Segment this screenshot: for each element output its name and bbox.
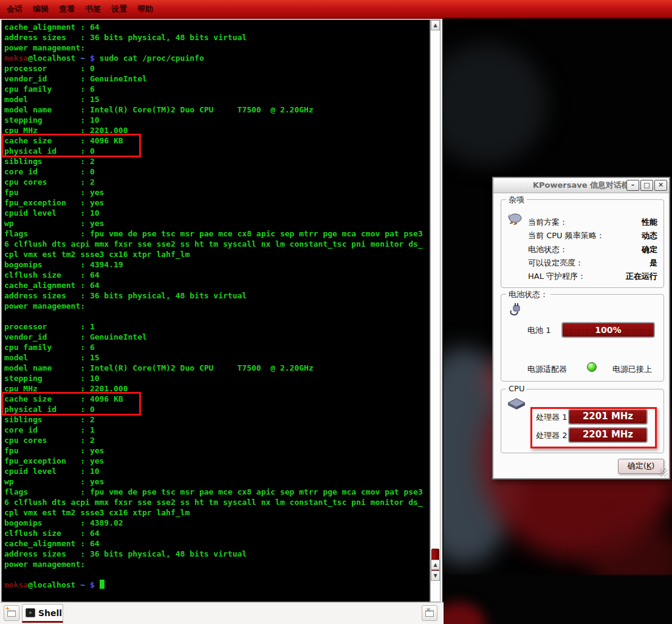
ok-button-accesskey: K xyxy=(646,461,652,470)
cpu-legend: CPU xyxy=(506,384,527,393)
ok-button-label-suffix: ) xyxy=(651,461,654,470)
processor2-frequency: 2201 MHz xyxy=(583,429,633,440)
processor1-frequency: 2201 MHz xyxy=(583,411,633,422)
misc-row: HAL 守护程序： 正在运行 xyxy=(528,271,657,281)
misc-row-label: 电池状态： xyxy=(528,244,567,255)
terminal-window: 会话 编辑 查看 书签 设置 帮助 cache_alignment : 64 a… xyxy=(0,0,444,624)
adapter-status: 电源已接上 xyxy=(612,364,652,375)
prompt-host: @localhost xyxy=(28,580,75,589)
cpu1-info-head: processor : 1 vendor_id : GenuineIntel c… xyxy=(4,311,428,383)
prompt-user: moksa xyxy=(4,580,28,589)
processor1-frequency-bar: 2201 MHz xyxy=(568,409,648,425)
dialog-title: KPowersave 信息对话框 xyxy=(533,180,629,191)
misc-row-label: 当前 CPU 频率策略： xyxy=(528,230,605,241)
adapter-label: 电源适配器 xyxy=(527,364,567,375)
maximize-button[interactable]: □ xyxy=(640,180,653,191)
close-button[interactable]: ✕ xyxy=(654,180,667,191)
cpu1-info-tail: physical id : 0 siblings : 2 core id : 1… xyxy=(4,404,428,569)
menu-settings[interactable]: 设置 xyxy=(111,4,127,15)
arrow-up-icon: ▲ xyxy=(433,562,437,567)
cpu0-info-tail: physical id : 0 siblings : 2 core id : 0… xyxy=(4,146,428,311)
battery-percent: 100% xyxy=(595,325,621,335)
kpowersave-icon xyxy=(507,211,523,225)
processor2-frequency-bar: 2201 MHz xyxy=(568,427,648,443)
background-window-titlebar xyxy=(444,0,672,19)
menu-help[interactable]: 帮助 xyxy=(137,4,153,15)
prompt-line-command: moksa@localhost ~ $ sudo cat /proc/cpuin… xyxy=(4,53,428,63)
processor1-label: 处理器 1 xyxy=(536,412,567,423)
misc-row: 可以设定亮度： 是 xyxy=(528,258,657,268)
prompt-user: moksa xyxy=(4,53,28,63)
cpu-chip-icon xyxy=(507,398,526,410)
misc-row-label: HAL 守护程序： xyxy=(528,271,586,281)
adapter-led-icon xyxy=(587,362,597,372)
resize-grip[interactable] xyxy=(659,468,668,477)
power-plug-icon xyxy=(509,302,523,317)
ok-button[interactable]: 确定(K) xyxy=(618,459,664,474)
scroll-down-button[interactable]: ▼ xyxy=(431,571,440,581)
misc-row-label: 可以设定亮度： xyxy=(528,258,583,268)
ok-button-label: 确定( xyxy=(628,461,646,470)
close-session-button[interactable]: ✕ xyxy=(422,605,437,621)
misc-row-value: 正在运行 xyxy=(626,271,657,281)
misc-row-value: 确定 xyxy=(642,244,657,255)
menu-edit[interactable]: 编辑 xyxy=(33,4,49,15)
misc-row: 电池状态： 确定 xyxy=(528,244,657,255)
misc-legend: 杂项 xyxy=(506,194,527,205)
prompt-path: ~ xyxy=(75,580,89,589)
prompt-line-current: moksa@localhost ~ $ xyxy=(4,580,428,590)
prompt-host: @localhost xyxy=(28,53,75,63)
battery-progressbar: 100% xyxy=(561,322,655,338)
processor2-label: 处理器 2 xyxy=(536,430,567,441)
battery-label: 电池 1 xyxy=(527,325,550,336)
misc-row-label: 当前方案： xyxy=(528,217,567,227)
misc-row-value: 是 xyxy=(650,258,657,268)
battery-legend: 电池状态： xyxy=(506,289,550,300)
terminal-screen[interactable]: cache_alignment : 64 address sizes : 36 … xyxy=(1,19,430,602)
cpu0-highlighted-lines: cpu MHz : 2201.000 cache size : 4096 KB xyxy=(4,125,428,146)
terminal-scrollbar[interactable]: ▲ ▲ ▼ xyxy=(430,19,441,602)
terminal-cursor xyxy=(100,580,105,589)
scroll-up-button[interactable]: ▲ xyxy=(431,20,440,30)
tab-shell-label: Shell xyxy=(38,608,62,618)
arrow-down-icon: ▼ xyxy=(433,573,437,578)
dialog-titlebar[interactable]: KPowersave 信息对话框 – □ ✕ xyxy=(493,178,669,193)
terminal-output: cache_alignment : 64 address sizes : 36 … xyxy=(4,22,428,590)
misc-groupbox: 杂项 当前方案： 性能 当前 CPU 频率策略： 动态 电池状态： 确定 可以设… xyxy=(501,199,664,288)
scroll-up-button-bottom[interactable]: ▲ xyxy=(431,560,440,570)
misc-row: 当前方案： 性能 xyxy=(528,217,657,227)
misc-row-value: 动态 xyxy=(642,230,657,241)
new-session-button[interactable]: ✦ xyxy=(4,605,19,621)
command-text: sudo cat /proc/cpuinfo xyxy=(100,53,204,63)
cpu0-info-head: processor : 0 vendor_id : GenuineIntel c… xyxy=(4,63,428,125)
cpu-groupbox: CPU 处理器 1 2201 MHz 处理器 2 2201 MHz xyxy=(501,389,664,453)
video-shadow-area xyxy=(444,43,547,165)
battery-groupbox: 电池状态： 电池 1 100% 电源适配器 电源已接上 xyxy=(501,294,664,382)
menu-view[interactable]: 查看 xyxy=(59,4,75,15)
cpu1-highlighted-lines: cpu MHz : 2201.000 cache size : 4096 KB xyxy=(4,383,428,404)
terminal-scrollback-head: cache_alignment : 64 address sizes : 36 … xyxy=(4,22,428,53)
misc-row: 当前 CPU 频率策略： 动态 xyxy=(528,230,657,241)
prompt-symbol: $ xyxy=(90,580,100,589)
prompt-path: ~ xyxy=(75,53,89,63)
terminal-icon: » xyxy=(26,608,35,617)
konsole-menubar: 会话 编辑 查看 书签 设置 帮助 xyxy=(0,0,444,19)
kpowersave-dialog: KPowersave 信息对话框 – □ ✕ 杂项 当前方案： 性能 当前 CP… xyxy=(492,177,670,479)
star-icon: ✦ xyxy=(5,605,10,612)
minimize-button[interactable]: – xyxy=(626,180,639,191)
prompt-symbol: $ xyxy=(90,53,100,63)
menu-session[interactable]: 会话 xyxy=(7,4,22,15)
misc-row-value: 性能 xyxy=(642,217,657,227)
arrow-up-icon: ▲ xyxy=(433,22,437,28)
tab-shell[interactable]: » Shell xyxy=(22,604,63,623)
menu-bookmarks[interactable]: 书签 xyxy=(85,4,101,15)
tab-bar: ✦ » Shell ✕ xyxy=(0,602,444,624)
close-icon: ✕ xyxy=(426,606,431,613)
